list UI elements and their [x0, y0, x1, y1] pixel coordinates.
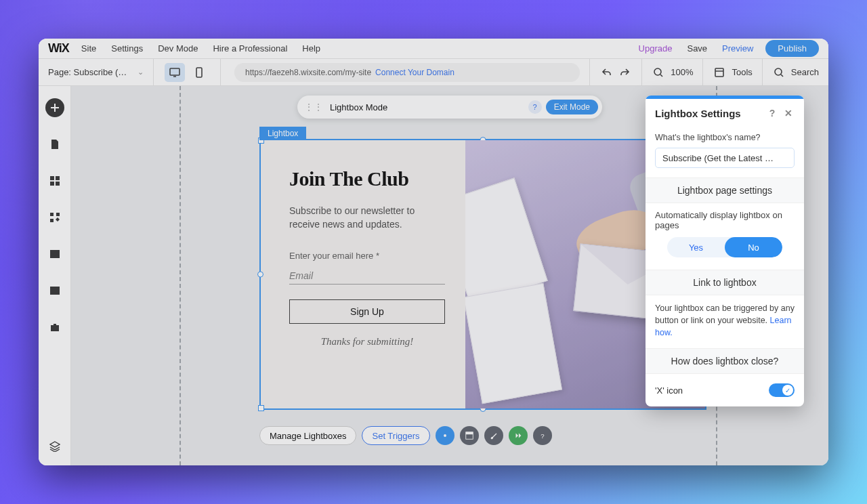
media-button[interactable]: [45, 245, 64, 264]
url-pill[interactable]: https://faezeh8.wixsite.com/my-site Conn…: [234, 63, 580, 82]
menu-settings[interactable]: Settings: [111, 43, 143, 54]
svg-text:?: ?: [541, 432, 544, 440]
animation-icon: [513, 431, 523, 440]
panel-help-button[interactable]: ?: [766, 107, 778, 119]
toggle-no[interactable]: No: [725, 237, 782, 257]
x-icon-toggle[interactable]: [769, 383, 795, 397]
search-icon: [772, 66, 786, 79]
desktop-view-button[interactable]: [165, 63, 185, 82]
image-icon: [49, 249, 60, 259]
svg-point-13: [51, 252, 54, 254]
section-link: Link to lightbox: [646, 270, 804, 295]
svg-rect-0: [170, 68, 179, 75]
apps-icon: [49, 212, 60, 223]
animation-button[interactable]: [509, 426, 528, 445]
menu-help[interactable]: Help: [302, 43, 320, 54]
svg-rect-18: [465, 432, 473, 435]
svg-rect-10: [56, 213, 60, 216]
tools-label: Tools: [732, 67, 752, 77]
layout-icon: [465, 431, 474, 440]
preview-button[interactable]: Preview: [722, 43, 753, 54]
lightbox-tag[interactable]: Lightbox: [259, 127, 306, 140]
table-icon: [49, 285, 60, 296]
menu-site[interactable]: Site: [81, 43, 96, 54]
menu-hire[interactable]: Hire a Professional: [213, 43, 287, 54]
svg-rect-14: [50, 287, 60, 295]
exit-mode-button[interactable]: Exit Mode: [546, 100, 598, 114]
resize-handle[interactable]: [257, 272, 263, 278]
settings-gear-button[interactable]: [436, 426, 454, 445]
panel-close-button[interactable]: ✕: [782, 107, 795, 119]
url-bar: https://faezeh8.wixsite.com/my-site Conn…: [221, 59, 589, 85]
element-actions: Manage Lightboxes Set Triggers ?: [259, 426, 552, 445]
guide-left: [179, 86, 181, 465]
zoom-control[interactable]: 100%: [641, 59, 702, 85]
design-circ-button[interactable]: [484, 426, 503, 445]
save-button[interactable]: Save: [687, 43, 707, 54]
upgrade-link[interactable]: Upgrade: [639, 43, 673, 54]
svg-rect-5: [50, 176, 54, 180]
publish-button[interactable]: Publish: [765, 40, 819, 57]
lightbox-heading: Join The Club: [289, 167, 437, 190]
lightbox-element[interactable]: Join The Club Subscribe to our newslette…: [259, 139, 706, 410]
svg-rect-9: [50, 213, 54, 216]
layers-button[interactable]: [45, 437, 64, 456]
svg-point-2: [654, 68, 661, 75]
drag-handle-icon[interactable]: ⋮⋮: [304, 102, 323, 112]
svg-rect-7: [50, 182, 54, 186]
svg-rect-12: [50, 250, 60, 258]
mobile-view-button[interactable]: [189, 63, 209, 82]
lightbox-form: Join The Club Subscribe to our newslette…: [261, 140, 465, 408]
layout-button[interactable]: [460, 426, 479, 445]
left-rail: [39, 86, 71, 465]
device-switch: [154, 59, 221, 85]
data-button[interactable]: [45, 281, 64, 300]
mode-help-button[interactable]: ?: [528, 100, 542, 114]
search-button[interactable]: Search: [762, 59, 828, 85]
desktop-icon: [169, 67, 180, 78]
lightbox-settings-panel: Lightbox Settings ? ✕ What's the lightbo…: [646, 96, 804, 406]
mobile-icon: [194, 67, 205, 78]
tools-button[interactable]: Tools: [702, 59, 761, 85]
connect-domain-link[interactable]: Connect Your Domain: [375, 68, 454, 77]
email-input[interactable]: [289, 268, 445, 285]
undo-button[interactable]: [599, 66, 613, 79]
page-selector[interactable]: Page: Subscribe (… ⌄: [39, 59, 154, 85]
chevron-down-icon: ⌄: [138, 68, 144, 77]
svg-rect-8: [56, 182, 60, 186]
zoom-value: 100%: [671, 67, 693, 77]
tools-icon: [713, 66, 726, 79]
design-button[interactable]: [45, 171, 64, 190]
set-triggers-button[interactable]: Set Triggers: [362, 426, 429, 445]
business-button[interactable]: [45, 318, 64, 337]
lightbox-name-input[interactable]: [655, 148, 795, 168]
panel-title: Lightbox Settings: [655, 108, 741, 119]
toggle-yes[interactable]: Yes: [667, 237, 725, 257]
manage-lightboxes-button[interactable]: Manage Lightboxes: [259, 426, 356, 445]
zoom-icon: [652, 66, 665, 79]
mode-title: Lightbox Mode: [330, 102, 387, 112]
svg-rect-1: [196, 68, 202, 77]
menu-devmode[interactable]: Dev Mode: [158, 43, 198, 54]
help-circ-button[interactable]: ?: [533, 426, 552, 445]
page-selector-label: Page: Subscribe (…: [48, 67, 127, 77]
wix-logo: WiX: [48, 41, 69, 56]
undo-redo: [589, 59, 641, 85]
menubar: WiX Site Settings Dev Mode Hire a Profes…: [39, 39, 828, 59]
svg-rect-6: [56, 176, 60, 180]
gear-icon: [440, 431, 450, 440]
section-close: How does lightbox close?: [646, 349, 804, 374]
section-page-settings: Lightbox page settings: [646, 178, 804, 203]
thanks-message: Thanks for submitting!: [289, 336, 445, 348]
lightbox-mode-bar: ⋮⋮ Lightbox Mode ? Exit Mode: [297, 96, 602, 119]
redo-button[interactable]: [618, 66, 632, 79]
page-icon: [49, 139, 60, 150]
link-description: Your lightbox can be triggered by any bu…: [655, 303, 795, 337]
add-element-button[interactable]: [45, 98, 64, 117]
apps-button[interactable]: [45, 208, 64, 227]
toolbar: Page: Subscribe (… ⌄ https://faezeh8.wix…: [39, 59, 828, 86]
x-icon-label: 'X' icon: [655, 385, 683, 396]
pages-button[interactable]: [45, 135, 64, 154]
signup-button[interactable]: Sign Up: [289, 299, 445, 324]
svg-point-16: [444, 434, 446, 437]
